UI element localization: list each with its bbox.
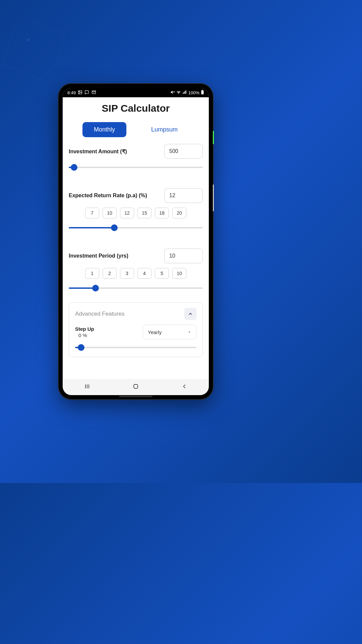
tab-monthly[interactable]: Monthly [82,122,126,137]
mail-icon [91,90,97,96]
period-chip[interactable]: 2 [103,268,117,279]
period-slider[interactable] [69,284,203,292]
frequency-selected: Yearly [148,329,162,335]
home-indicator [119,396,153,397]
period-chip[interactable]: 4 [137,268,152,279]
nav-home[interactable] [132,383,139,391]
amount-label: Investment Amount (₹) [69,148,127,155]
svg-rect-9 [201,90,204,94]
nav-recents[interactable] [84,383,90,391]
rate-chip[interactable]: 20 [172,208,186,218]
message-icon [84,90,89,96]
tabs: Monthly Lumpsum [63,122,209,144]
stepup-label: Step Up [75,326,94,332]
stepup-slider[interactable] [75,343,196,352]
rate-chip[interactable]: 15 [137,208,152,218]
svg-rect-8 [186,90,186,94]
rate-input[interactable] [164,188,203,203]
chevron-up-icon [188,311,193,317]
amount-input[interactable] [164,144,203,159]
rate-slider[interactable] [69,224,203,232]
chevron-down-icon [187,330,191,334]
frequency-dropdown[interactable]: Yearly [143,325,196,339]
svg-point-1 [79,91,80,92]
phone-screen: 8:49 [63,88,209,395]
period-input[interactable] [164,249,203,263]
svg-rect-5 [183,93,183,94]
stepup-value: 0 % [75,332,94,338]
signal-icon [182,90,187,96]
status-battery-text: 100% [188,90,199,95]
svg-rect-6 [184,92,184,94]
period-chip[interactable]: 1 [85,268,99,279]
period-label: Investment Period (yrs) [69,253,128,259]
period-chips: 1 2 3 4 5 10 [69,268,203,279]
svg-rect-2 [85,91,89,93]
advanced-title: Advanced Features [75,311,124,317]
status-bar: 8:49 [63,88,209,97]
rate-chip[interactable]: 12 [120,208,134,218]
collapse-button[interactable] [184,308,196,320]
rate-chip[interactable]: 18 [155,208,169,218]
battery-icon [201,90,204,96]
rate-chip[interactable]: 10 [103,208,117,218]
status-time: 8:49 [67,90,76,95]
period-chip[interactable]: 10 [172,268,186,279]
period-chip[interactable]: 5 [155,268,169,279]
period-chip[interactable]: 3 [120,268,134,279]
image-icon [78,90,82,96]
nav-back[interactable] [181,383,188,391]
svg-rect-14 [134,384,138,388]
app-content: SIP Calculator Monthly Lumpsum Investmen… [63,97,209,379]
nav-bar [63,379,209,395]
tab-lumpsum[interactable]: Lumpsum [140,122,189,137]
svg-rect-10 [202,90,203,90]
amount-slider[interactable] [69,163,203,171]
rate-chip[interactable]: 7 [85,208,99,218]
rate-chips: 7 10 12 15 18 20 [69,208,203,218]
svg-rect-7 [185,91,185,94]
phone-volume-button [213,184,214,211]
wifi-icon [176,90,181,96]
phone-power-button [213,131,214,144]
rate-label: Expected Return Rate (p.a) (%) [69,193,147,199]
phone-frame: 8:49 [59,84,213,399]
mute-icon [170,90,175,96]
page-title: SIP Calculator [63,97,209,122]
advanced-card: Advanced Features Step Up 0 % Yearly [69,302,203,357]
